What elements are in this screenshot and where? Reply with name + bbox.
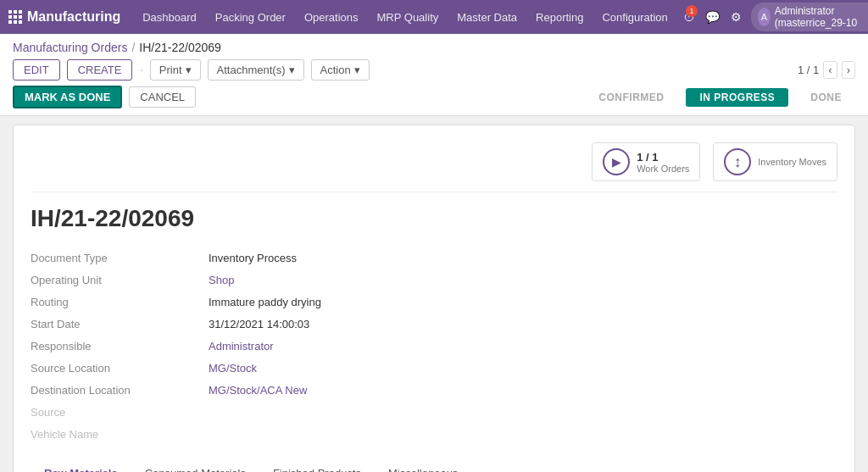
field-label-routing: Routing [31, 293, 200, 311]
field-label-vehicle: Vehicle Name [31, 425, 200, 443]
work-orders-button[interactable]: ▶ 1 / 1 Work Orders [592, 142, 700, 181]
status-in-progress: IN PROGRESS [686, 88, 788, 107]
source-loc-link[interactable]: MG/Stock [209, 362, 257, 375]
tabs: Raw Materials Consumed Materials Finishe… [31, 460, 837, 472]
field-value-source [209, 403, 837, 421]
inventory-moves-icon: ↕ [724, 148, 751, 175]
brand[interactable]: Manufacturing [8, 9, 120, 25]
field-label-dest-loc: Destination Location [31, 381, 200, 399]
smart-buttons: ▶ 1 / 1 Work Orders ↕ Inventory Moves [31, 142, 837, 192]
inventory-moves-button[interactable]: ↕ Inventory Moves [713, 142, 837, 181]
work-orders-icon: ▶ [603, 148, 630, 175]
nav-master-data[interactable]: Master Data [448, 8, 526, 27]
field-label-start-date: Start Date [31, 315, 200, 333]
field-value-vehicle [209, 425, 837, 443]
breadcrumb-parent[interactable]: Manufacturing Orders [13, 41, 127, 54]
tab-finished-products[interactable]: Finished Products [259, 460, 375, 472]
settings-icon: ⚙ [731, 10, 742, 24]
status-steps: CONFIRMED IN PROGRESS DONE [585, 88, 855, 107]
attachments-button[interactable]: Attachment(s) ▾ [208, 59, 304, 81]
print-caret: ▾ [186, 64, 192, 76]
status-done: DONE [797, 88, 855, 107]
field-label-source: Source [31, 403, 200, 421]
pagination-text: 1 / 1 [798, 64, 819, 76]
op-unit-link[interactable]: Shop [209, 274, 234, 286]
document-card: ▶ 1 / 1 Work Orders ↕ Inventory Moves IH… [13, 125, 855, 472]
responsible-link[interactable]: Administrator [209, 340, 274, 353]
user-menu[interactable]: A Administrator (masterrice_29-10 [751, 3, 868, 31]
document-fields: Document Type Inventory Process Operatin… [31, 249, 837, 443]
work-orders-label: Work Orders [637, 164, 689, 174]
breadcrumb-current: IH/21-22/02069 [139, 41, 221, 54]
field-label-source-loc: Source Location [31, 359, 200, 377]
document-title: IH/21-22/02069 [31, 205, 837, 232]
nav-mrp-quality[interactable]: MRP Quality [369, 8, 448, 27]
nav-packing-order[interactable]: Packing Order [207, 8, 294, 27]
nav-configuration[interactable]: Configuration [593, 8, 676, 27]
attachments-caret: ▾ [289, 64, 295, 76]
inventory-moves-info: Inventory Moves [758, 157, 826, 167]
nav-menu: Dashboard Packing Order Operations MRP Q… [134, 8, 676, 27]
tab-consumed-materials[interactable]: Consumed Materials [131, 460, 259, 472]
field-value-op-unit: Shop [209, 271, 837, 289]
timer-icon-btn[interactable]: ⏱ 1 [682, 5, 698, 29]
breadcrumb-separator: / [131, 41, 135, 54]
action-caret: ▾ [354, 64, 360, 76]
create-button[interactable]: CREATE [67, 59, 133, 81]
field-label-op-unit: Operating Unit [31, 271, 200, 289]
attachments-label: Attachment(s) [217, 64, 286, 76]
breadcrumb: Manufacturing Orders / IH/21-22/02069 [13, 41, 855, 54]
print-label: Print [159, 64, 182, 76]
nav-operations[interactable]: Operations [296, 8, 367, 27]
inventory-moves-label: Inventory Moves [758, 157, 826, 167]
edit-button[interactable]: EDIT [13, 59, 60, 81]
cancel-button[interactable]: CANCEL [129, 86, 196, 108]
nav-dashboard[interactable]: Dashboard [134, 8, 205, 27]
field-value-responsible: Administrator [209, 337, 837, 355]
toolbar-divider: · [139, 63, 142, 78]
tab-raw-materials[interactable]: Raw Materials [31, 460, 131, 472]
chat-icon-btn[interactable]: 💬 [704, 5, 721, 29]
print-button[interactable]: Print ▾ [150, 59, 201, 81]
navbar: Manufacturing Dashboard Packing Order Op… [0, 0, 868, 34]
toolbar-row-2: MARK AS DONE CANCEL CONFIRMED IN PROGRES… [13, 86, 855, 108]
brand-name: Manufacturing [27, 9, 120, 25]
grid-icon [8, 10, 22, 24]
field-value-source-loc: MG/Stock [209, 359, 837, 377]
work-orders-info: 1 / 1 Work Orders [637, 151, 689, 174]
work-orders-count: 1 / 1 [637, 151, 689, 164]
field-value-start-date: 31/12/2021 14:00:03 [209, 315, 837, 333]
field-label-doc-type: Document Type [31, 249, 200, 267]
settings-icon-btn[interactable]: ⚙ [727, 5, 743, 29]
action-label: Action [320, 64, 351, 76]
mark-as-done-button[interactable]: MARK AS DONE [13, 86, 122, 108]
tab-miscellaneous[interactable]: Miscellaneous [375, 460, 471, 472]
field-label-responsible: Responsible [31, 337, 200, 355]
pagination: 1 / 1 ‹ › [798, 61, 855, 79]
action-button[interactable]: Action ▾ [311, 59, 370, 81]
field-value-dest-loc: MG/Stock/ACA New [209, 381, 837, 399]
action-bar: Manufacturing Orders / IH/21-22/02069 ED… [0, 34, 868, 116]
next-page-button[interactable]: › [842, 61, 855, 79]
field-value-doc-type: Inventory Process [209, 249, 837, 267]
main-content: ▶ 1 / 1 Work Orders ↕ Inventory Moves IH… [0, 116, 868, 472]
notification-badge: 1 [686, 5, 698, 17]
chat-icon: 💬 [705, 10, 720, 24]
nav-right: ⏱ 1 💬 ⚙ A Administrator (masterrice_29-1… [682, 3, 868, 31]
toolbar-row-1: EDIT CREATE · Print ▾ Attachment(s) ▾ Ac… [13, 59, 855, 81]
field-value-routing: Immature paddy drying [209, 293, 837, 311]
prev-page-button[interactable]: ‹ [823, 61, 837, 79]
nav-reporting[interactable]: Reporting [527, 8, 592, 27]
avatar: A [758, 8, 771, 26]
status-confirmed: CONFIRMED [585, 88, 677, 107]
user-name: Administrator (masterrice_29-10 [775, 5, 868, 29]
dest-loc-link[interactable]: MG/Stock/ACA New [209, 384, 307, 397]
